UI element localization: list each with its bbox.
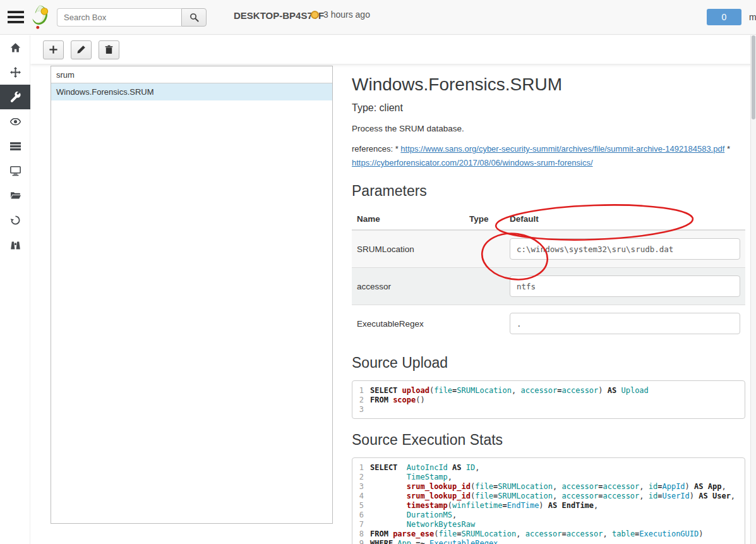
- sidebar-item-home[interactable]: [0, 35, 30, 60]
- search-icon: [189, 13, 199, 22]
- artifact-detail-panel: Windows.Forensics.SRUM Type: client Proc…: [352, 66, 745, 544]
- parameters-heading: Parameters: [352, 183, 745, 200]
- menu-toggle-button[interactable]: [8, 10, 24, 24]
- wrench-icon: [10, 92, 21, 102]
- artifact-references: references: * https://www.sans.org/cyber…: [352, 142, 745, 170]
- clipped-navbar-text: m: [749, 12, 756, 22]
- param-type: [464, 268, 505, 305]
- param-name: ExecutableRegex: [352, 305, 464, 342]
- code-line: 1SELECT AutoIncId AS ID,: [356, 463, 741, 473]
- code-line: 6 DurationMS,: [356, 511, 741, 520]
- sidebar-item-audit[interactable]: [0, 208, 30, 233]
- code-line: 3 srum_lookup_id(file=SRUMLocation, acce…: [356, 482, 741, 492]
- code-line: 3: [356, 405, 741, 414]
- code-line: 8FROM parse_ese(file=SRUMLocation, acces…: [356, 529, 741, 539]
- param-default-input[interactable]: [510, 238, 740, 260]
- param-default-input[interactable]: [510, 313, 740, 334]
- column-header-name: Name: [352, 209, 464, 230]
- global-search: [57, 8, 207, 27]
- code-line: 9WHERE App =~ ExecutableRegex: [356, 539, 741, 544]
- trash-icon: [104, 45, 114, 54]
- param-name: SRUMLocation: [352, 230, 464, 268]
- list-bars-icon: [10, 141, 21, 152]
- binoculars-icon: [10, 239, 21, 250]
- sidebar-item-search[interactable]: [0, 233, 30, 257]
- param-type: [464, 230, 505, 268]
- table-row: accessor: [352, 268, 745, 305]
- code-line: 1SELECT upload(file=SRUMLocation, access…: [356, 386, 741, 396]
- reference-link[interactable]: https://www.sans.org/cyber-security-summ…: [400, 144, 724, 154]
- references-prefix: references: *: [352, 144, 400, 154]
- sidebar-item-collected[interactable]: [0, 60, 30, 85]
- notification-count-badge[interactable]: 0: [707, 9, 741, 25]
- code-line: 4 srum_lookup_id(file=SRUMLocation, acce…: [356, 492, 741, 501]
- hamburger-icon: [8, 10, 24, 24]
- artifact-type: Type: client: [352, 102, 745, 114]
- monitor-icon: [10, 166, 21, 176]
- folder-open-icon: [10, 190, 21, 201]
- eye-icon: [10, 116, 21, 127]
- sidebar-item-notebooks[interactable]: [0, 109, 30, 134]
- sidebar-item-host-info[interactable]: [0, 159, 30, 183]
- pencil-icon: [76, 45, 86, 54]
- velociraptor-logo[interactable]: [29, 4, 52, 31]
- sidebar-item-hunts[interactable]: [0, 134, 30, 159]
- references-separator: *: [724, 144, 730, 154]
- parameters-table: Name Type Default SRUMLocation accessor …: [352, 209, 745, 342]
- edit-artifact-button[interactable]: [71, 40, 92, 59]
- home-icon: [10, 42, 21, 53]
- source-execution-stats-code: 1SELECT AutoIncId AS ID,2 TimeStamp,3 sr…: [352, 457, 745, 544]
- column-header-type: Type: [464, 209, 505, 230]
- client-last-seen: 3 hours ago: [311, 9, 370, 20]
- add-artifact-button[interactable]: [43, 40, 64, 59]
- artifact-list-panel: Windows.Forensics.SRUM: [51, 66, 333, 524]
- clock-icon: [311, 11, 319, 19]
- column-header-default: Default: [505, 209, 745, 230]
- delete-artifact-button[interactable]: [99, 40, 119, 59]
- plus-icon: [49, 45, 58, 54]
- reference-link[interactable]: https://cyberforensicator.com/2017/08/06…: [352, 158, 593, 167]
- param-default-input[interactable]: [510, 275, 740, 297]
- code-line: 2FROM scope(): [356, 396, 741, 405]
- source-upload-heading: Source Upload: [352, 354, 745, 372]
- sidebar-item-vfs[interactable]: [0, 183, 30, 208]
- history-icon: [10, 215, 21, 226]
- artifact-description: Process the SRUM database.: [352, 124, 745, 133]
- icon-sidebar: [0, 35, 30, 544]
- search-button[interactable]: [181, 8, 207, 27]
- top-navbar: DESKTOP-BP4S7TF 3 hours ago 0 m: [0, 0, 756, 35]
- search-input[interactable]: [57, 8, 181, 27]
- code-line: 2 TimeStamp,: [356, 473, 741, 482]
- code-line: 5 timestamp(winfiletime=EndTime) AS EndT…: [356, 501, 741, 511]
- list-item-artifact[interactable]: Windows.Forensics.SRUM: [51, 83, 332, 100]
- page-title: Windows.Forensics.SRUM: [352, 75, 745, 95]
- last-seen-text: 3 hours ago: [323, 9, 370, 20]
- code-line: 7 NetworkBytesRaw: [356, 520, 741, 529]
- artifact-filter-input[interactable]: [51, 66, 332, 83]
- table-row: SRUMLocation: [352, 230, 745, 268]
- param-type: [464, 305, 505, 342]
- sidebar-item-artifacts[interactable]: [0, 85, 30, 109]
- source-execution-stats-heading: Source Execution Stats: [352, 432, 745, 449]
- param-name: accessor: [352, 268, 464, 305]
- vertical-scroll-thumb[interactable]: [752, 35, 755, 119]
- vertical-scrollbar[interactable]: [750, 35, 756, 544]
- crosshair-arrows-icon: [10, 67, 21, 78]
- velociraptor-logo-icon: [29, 4, 52, 31]
- source-upload-code: 1SELECT upload(file=SRUMLocation, access…: [352, 380, 745, 419]
- table-row: ExecutableRegex: [352, 305, 745, 342]
- artifact-toolbar: [30, 35, 756, 64]
